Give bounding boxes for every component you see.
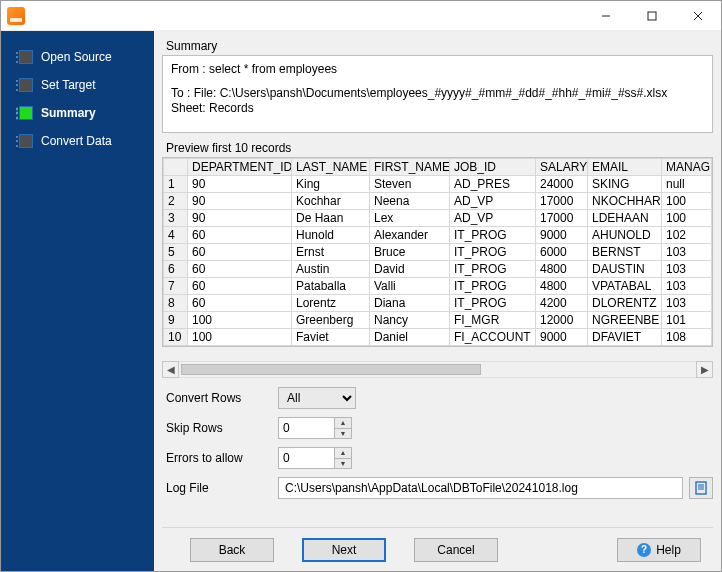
convert-rows-select[interactable]: All <box>278 387 356 409</box>
cell[interactable]: 100 <box>662 210 712 227</box>
col-last-name[interactable]: LAST_NAME <box>292 159 370 176</box>
row-index[interactable]: 5 <box>164 244 188 261</box>
cell[interactable]: FI_MGR <box>450 312 536 329</box>
cell[interactable]: Lorentz <box>292 295 370 312</box>
scroll-left-icon[interactable]: ◀ <box>162 361 179 378</box>
table-row[interactable]: 560ErnstBruceIT_PROG6000BERNST103 <box>164 244 712 261</box>
cell[interactable]: Lex <box>370 210 450 227</box>
cell[interactable]: AD_VP <box>450 210 536 227</box>
col-manager[interactable]: MANAG <box>662 159 712 176</box>
table-row[interactable]: 460HunoldAlexanderIT_PROG9000AHUNOLD102 <box>164 227 712 244</box>
col-department-id[interactable]: DEPARTMENT_ID <box>188 159 292 176</box>
col-job-id[interactable]: JOB_ID <box>450 159 536 176</box>
cell[interactable]: SKING <box>588 176 662 193</box>
cell[interactable]: 4200 <box>536 295 588 312</box>
close-button[interactable] <box>675 1 721 31</box>
next-button[interactable]: Next <box>302 538 386 562</box>
cell[interactable]: 60 <box>188 244 292 261</box>
cell[interactable]: LDEHAAN <box>588 210 662 227</box>
cell[interactable]: 103 <box>662 244 712 261</box>
step-set-target[interactable]: ⋮ Set Target <box>1 71 154 99</box>
help-button[interactable]: ?Help <box>617 538 701 562</box>
col-salary[interactable]: SALARY <box>536 159 588 176</box>
row-index[interactable]: 1 <box>164 176 188 193</box>
cell[interactable]: Bruce <box>370 244 450 261</box>
skip-rows-spinner[interactable]: ▲▼ <box>334 417 352 439</box>
cell[interactable]: IT_PROG <box>450 278 536 295</box>
cell[interactable]: DAUSTIN <box>588 261 662 278</box>
cell[interactable]: 12000 <box>536 312 588 329</box>
errors-spinner[interactable]: ▲▼ <box>334 447 352 469</box>
cell[interactable]: Austin <box>292 261 370 278</box>
cell[interactable]: IT_PROG <box>450 244 536 261</box>
table-row[interactable]: 860LorentzDianaIT_PROG4200DLORENTZ103 <box>164 295 712 312</box>
cell[interactable]: IT_PROG <box>450 295 536 312</box>
cancel-button[interactable]: Cancel <box>414 538 498 562</box>
cell[interactable]: 100 <box>662 193 712 210</box>
cell[interactable]: BERNST <box>588 244 662 261</box>
cell[interactable]: DFAVIET <box>588 329 662 346</box>
scroll-right-icon[interactable]: ▶ <box>696 361 713 378</box>
cell[interactable]: Valli <box>370 278 450 295</box>
errors-input[interactable] <box>278 447 334 469</box>
cell[interactable]: null <box>662 176 712 193</box>
cell[interactable]: Alexander <box>370 227 450 244</box>
chevron-up-icon[interactable]: ▲ <box>335 418 351 429</box>
cell[interactable]: De Haan <box>292 210 370 227</box>
cell[interactable]: NGREENBE <box>588 312 662 329</box>
cell[interactable]: 100 <box>188 329 292 346</box>
cell[interactable]: 90 <box>188 176 292 193</box>
cell[interactable]: AHUNOLD <box>588 227 662 244</box>
cell[interactable]: 4800 <box>536 261 588 278</box>
scroll-thumb[interactable] <box>181 364 481 375</box>
col-email[interactable]: EMAIL <box>588 159 662 176</box>
row-index[interactable]: 8 <box>164 295 188 312</box>
cell[interactable]: FI_ACCOUNT <box>450 329 536 346</box>
cell[interactable]: AD_PRES <box>450 176 536 193</box>
cell[interactable]: 9000 <box>536 227 588 244</box>
step-convert-data[interactable]: ⋮ Convert Data <box>1 127 154 155</box>
row-index[interactable]: 7 <box>164 278 188 295</box>
scroll-track[interactable] <box>179 361 696 378</box>
row-index[interactable]: 3 <box>164 210 188 227</box>
cell[interactable]: 101 <box>662 312 712 329</box>
cell[interactable]: IT_PROG <box>450 261 536 278</box>
cell[interactable]: 4800 <box>536 278 588 295</box>
chevron-down-icon[interactable]: ▼ <box>335 429 351 439</box>
cell[interactable]: Pataballa <box>292 278 370 295</box>
cell[interactable]: Faviet <box>292 329 370 346</box>
log-file-input[interactable] <box>278 477 683 499</box>
cell[interactable]: AD_VP <box>450 193 536 210</box>
cell[interactable]: King <box>292 176 370 193</box>
cell[interactable]: VPATABAL <box>588 278 662 295</box>
cell[interactable]: 9000 <box>536 329 588 346</box>
step-open-source[interactable]: ⋮ Open Source <box>1 43 154 71</box>
table-row[interactable]: 290KochharNeenaAD_VP17000NKOCHHAR100 <box>164 193 712 210</box>
cell[interactable]: Ernst <box>292 244 370 261</box>
table-row[interactable]: 190KingStevenAD_PRES24000SKINGnull <box>164 176 712 193</box>
cell[interactable]: Daniel <box>370 329 450 346</box>
log-file-browse-button[interactable] <box>689 477 713 499</box>
cell[interactable]: 108 <box>662 329 712 346</box>
table-row[interactable]: 10100FavietDanielFI_ACCOUNT9000DFAVIET10… <box>164 329 712 346</box>
cell[interactable]: 90 <box>188 193 292 210</box>
cell[interactable]: David <box>370 261 450 278</box>
col-index[interactable] <box>164 159 188 176</box>
cell[interactable]: 103 <box>662 261 712 278</box>
cell[interactable]: 60 <box>188 261 292 278</box>
cell[interactable]: 60 <box>188 278 292 295</box>
cell[interactable]: IT_PROG <box>450 227 536 244</box>
cell[interactable]: Hunold <box>292 227 370 244</box>
cell[interactable]: 6000 <box>536 244 588 261</box>
cell[interactable]: 100 <box>188 312 292 329</box>
cell[interactable]: DLORENTZ <box>588 295 662 312</box>
maximize-button[interactable] <box>629 1 675 31</box>
chevron-down-icon[interactable]: ▼ <box>335 459 351 469</box>
cell[interactable]: 60 <box>188 295 292 312</box>
cell[interactable]: Nancy <box>370 312 450 329</box>
cell[interactable]: Steven <box>370 176 450 193</box>
preview-table[interactable]: DEPARTMENT_ID LAST_NAME FIRST_NAME JOB_I… <box>162 157 713 347</box>
cell[interactable]: 103 <box>662 278 712 295</box>
row-index[interactable]: 10 <box>164 329 188 346</box>
row-index[interactable]: 6 <box>164 261 188 278</box>
